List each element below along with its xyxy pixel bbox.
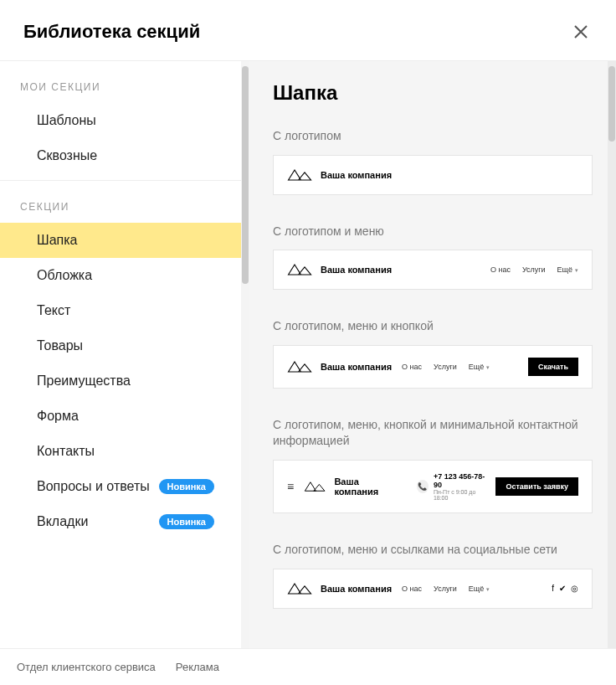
sidebar-item-tabs[interactable]: Вкладки Новинка — [0, 504, 249, 539]
modal-title: Библиотека секций — [23, 21, 200, 43]
company-name: Ваша компания — [321, 170, 392, 180]
section-group: С логотипом, меню и ссылками на социальн… — [273, 542, 593, 609]
nav-link-services: Услуги — [434, 585, 457, 593]
sidebar-item-faq[interactable]: Вопросы и ответы Новинка — [0, 469, 249, 504]
nav-link-more: Ещё — [469, 585, 490, 593]
sidebar-item-label: Товары — [37, 338, 83, 353]
footer: Отдел клиентского сервиса Реклама — [0, 648, 616, 685]
company-name: Ваша компания — [321, 584, 392, 594]
nav-link-about: О нас — [490, 265, 511, 274]
sidebar-item-label: Обложка — [37, 268, 92, 283]
preview-card-logo-menu-button[interactable]: Ваша компания О нас Услуги Ещё Скачать — [273, 345, 593, 389]
social-icons: f ✔ ◎ — [552, 584, 578, 593]
logo-wrap: Ваша компания — [287, 262, 392, 277]
logo-icon — [287, 167, 312, 183]
sidebar-item-label: Текст — [37, 303, 70, 318]
sidebar-scrollbar-track — [241, 61, 249, 662]
hamburger-icon: ≡ — [287, 480, 294, 493]
content-panel: Шапка С логотипом Ваша компания С логоти… — [249, 61, 616, 662]
sidebar-item-label: Шаблоны — [37, 113, 96, 128]
content-scrollbar-track — [608, 61, 616, 662]
sidebar-item-label: Контакты — [37, 444, 95, 459]
footer-link-support[interactable]: Отдел клиентского сервиса — [17, 661, 156, 673]
sidebar-item-label: Вопросы и ответы — [37, 479, 150, 494]
new-badge: Новинка — [159, 514, 214, 529]
nav-link-more: Ещё — [469, 363, 490, 371]
section-label: С логотипом — [273, 128, 593, 145]
nav-link-about: О нас — [402, 585, 422, 593]
sidebar-item-label: Вкладки — [37, 514, 88, 529]
sidebar-item-cover[interactable]: Обложка — [0, 258, 249, 293]
logo-wrap: Ваша компания — [287, 167, 392, 183]
section-group: С логотипом, меню и кнопкой Ваша компани… — [273, 318, 593, 389]
sidebar-item-global[interactable]: Сквозные — [0, 138, 249, 173]
sidebar-group-label-my: МОИ СЕКЦИИ — [0, 61, 249, 103]
nav-link-services: Услуги — [522, 265, 546, 274]
sidebar-item-label: Сквозные — [37, 148, 97, 163]
phone-hours: Пн-Пт с 9:00 до 18:00 — [434, 489, 486, 501]
section-group: С логотипом Ваша компания — [273, 128, 593, 195]
nav-links: О нас Услуги Ещё — [402, 363, 490, 371]
company-name: Ваша компания — [334, 476, 396, 497]
new-badge: Новинка — [159, 479, 214, 494]
sidebar-item-label: Форма — [37, 409, 79, 424]
logo-icon — [287, 581, 312, 596]
sidebar-item-label: Преимущества — [37, 373, 131, 389]
nav-links: О нас Услуги Ещё — [402, 585, 490, 593]
facebook-icon: f — [552, 584, 554, 593]
nav-link-more: Ещё — [557, 265, 578, 274]
modal-body: МОИ СЕКЦИИ Шаблоны Сквозные СЕКЦИИ Шапка… — [0, 60, 616, 662]
nav-links: О нас Услуги Ещё — [490, 265, 578, 274]
phone-block: 📞 +7 123 456-78-90 Пн-Пт с 9:00 до 18:00 — [417, 472, 486, 501]
content-title: Шапка — [273, 81, 593, 105]
sidebar-item-form[interactable]: Форма — [0, 399, 249, 434]
logo-wrap: Ваша компания — [287, 581, 392, 596]
instagram-icon: ◎ — [571, 584, 578, 593]
preview-card-logo[interactable]: Ваша компания — [273, 155, 593, 195]
close-icon — [572, 23, 589, 40]
footer-link-ads[interactable]: Реклама — [176, 661, 219, 673]
nav-link-services: Услуги — [434, 363, 457, 371]
sidebar-item-benefits[interactable]: Преимущества — [0, 363, 249, 399]
vk-icon: ✔ — [559, 584, 566, 593]
logo-icon — [287, 359, 312, 374]
sidebar-group-label-sections: СЕКЦИИ — [0, 181, 249, 223]
section-label: С логотипом и меню — [273, 224, 593, 240]
sidebar-item-header[interactable]: Шапка — [0, 223, 249, 258]
section-label: С логотипом, меню, кнопкой и минимальной… — [273, 417, 593, 450]
request-button: Оставить заявку — [495, 477, 578, 496]
phone-icon: 📞 — [417, 480, 429, 493]
sidebar: МОИ СЕКЦИИ Шаблоны Сквозные СЕКЦИИ Шапка… — [0, 61, 249, 662]
sidebar-item-label: Шапка — [37, 233, 77, 248]
logo-wrap: Ваша компания — [287, 359, 392, 374]
nav-link-about: О нас — [402, 363, 422, 371]
content-scrollbar-thumb[interactable] — [608, 66, 615, 142]
section-label: С логотипом, меню и ссылками на социальн… — [273, 542, 593, 559]
preview-card-logo-menu[interactable]: Ваша компания О нас Услуги Ещё — [273, 250, 593, 290]
preview-card-logo-menu-social[interactable]: Ваша компания О нас Услуги Ещё f ✔ ◎ — [273, 569, 593, 609]
modal-header: Библиотека секций — [0, 0, 616, 60]
sidebar-item-products[interactable]: Товары — [0, 328, 249, 363]
sidebar-item-contacts[interactable]: Контакты — [0, 434, 249, 469]
logo-wrap: Ваша компания — [304, 476, 397, 497]
preview-card-logo-menu-button-contact[interactable]: ≡ Ваша компания 📞 +7 123 456-78-90 Пн-Пт… — [273, 460, 593, 513]
sidebar-item-text[interactable]: Текст — [0, 293, 249, 328]
section-group: С логотипом и меню Ваша компания О нас У… — [273, 224, 593, 291]
download-button: Скачать — [528, 358, 578, 376]
logo-icon — [304, 479, 326, 494]
company-name: Ваша компания — [321, 362, 392, 372]
sidebar-scrollbar-thumb[interactable] — [242, 66, 249, 284]
logo-icon — [287, 262, 312, 277]
company-name: Ваша компания — [321, 265, 392, 275]
phone-text: +7 123 456-78-90 Пн-Пт с 9:00 до 18:00 — [434, 472, 486, 501]
section-group: С логотипом, меню, кнопкой и минимальной… — [273, 417, 593, 513]
close-button[interactable] — [569, 20, 593, 44]
section-label: С логотипом, меню и кнопкой — [273, 318, 593, 335]
sidebar-item-templates[interactable]: Шаблоны — [0, 103, 249, 138]
phone-number: +7 123 456-78-90 — [434, 472, 486, 489]
